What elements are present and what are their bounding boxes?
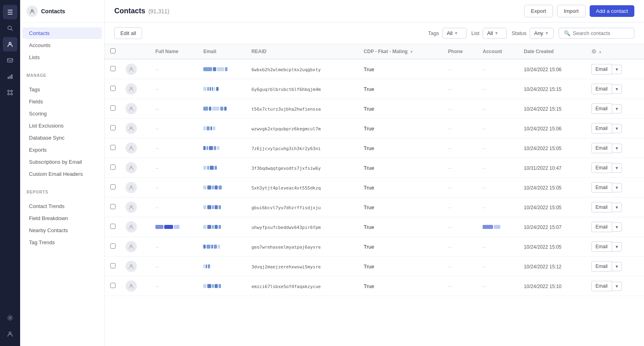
email-redacted [203, 166, 217, 170]
sidebar-item-contact-trends[interactable]: Contact Trends [23, 200, 102, 212]
row-checkbox-9[interactable] [110, 243, 116, 249]
add-contact-button[interactable]: Add a contact [590, 5, 635, 17]
email-action-caret[interactable]: ▼ [612, 144, 622, 153]
row-checkbox-4[interactable] [110, 145, 116, 150]
sidebar-item-list-exclusions[interactable]: List Exclusions [23, 120, 102, 132]
sidebar-item-scoring[interactable]: Scoring [23, 108, 102, 119]
cdp-value: True [364, 224, 374, 230]
cdp-value: True [364, 66, 374, 72]
row-action-cell: Email▼ [586, 276, 644, 296]
email-action-button[interactable]: Email [591, 103, 612, 114]
row-checkbox-8[interactable] [110, 224, 116, 229]
sidebar-item-lists[interactable]: Lists [23, 51, 102, 63]
svg-point-17 [31, 10, 33, 11]
email-action-button[interactable]: Email [591, 182, 612, 193]
nav-icon-email[interactable] [3, 53, 17, 68]
row-email-cell [198, 138, 246, 158]
email-action-caret[interactable]: ▼ [612, 242, 622, 251]
row-action-cell: Email▼ [586, 237, 644, 257]
email-action-caret[interactable]: ▼ [612, 183, 622, 192]
th-date-created[interactable]: Date Created [519, 44, 586, 59]
search-box[interactable]: 🔍 [559, 28, 634, 39]
email-action-caret[interactable]: ▼ [612, 262, 622, 271]
row-email-cell [198, 198, 246, 217]
status-filter-select[interactable]: Any ▼ [530, 28, 554, 39]
name-dash: -- [155, 283, 159, 289]
th-reaid[interactable]: REAID [247, 44, 359, 59]
row-checkbox-11[interactable] [110, 283, 116, 288]
reaid-value: 7z6jjcvylpcuhg3ih3kr2y63ni [252, 146, 321, 151]
row-checkbox-3[interactable] [110, 125, 116, 130]
search-input[interactable] [573, 30, 629, 36]
email-action-button[interactable]: Email [591, 143, 612, 153]
row-action-cell: Email▼ [586, 138, 644, 158]
row-checkbox-7[interactable] [110, 204, 116, 209]
row-checkbox-cell [105, 59, 121, 79]
th-full-name[interactable]: Full Name [151, 44, 198, 59]
email-action-button[interactable]: Email [591, 64, 612, 74]
email-action-caret[interactable]: ▼ [612, 163, 622, 173]
row-checkbox-0[interactable] [110, 66, 116, 71]
list-filter-select[interactable]: All ▼ [483, 28, 507, 39]
row-checkbox-1[interactable] [110, 86, 116, 91]
email-action-button[interactable]: Email [591, 163, 612, 173]
email-action-caret[interactable]: ▼ [612, 222, 622, 232]
tags-filter-select[interactable]: All ▼ [442, 28, 466, 39]
email-action-button[interactable]: Email [591, 261, 612, 272]
th-cdp[interactable]: CDP - Fkat - Maling ▼ [359, 44, 444, 59]
nav-icon-contacts[interactable] [3, 37, 17, 51]
email-action-caret[interactable]: ▼ [612, 124, 622, 133]
row-avatar-cell [121, 178, 151, 198]
sidebar-item-tag-trends[interactable]: Tag Trends [23, 237, 102, 248]
nav-icon-search[interactable] [3, 21, 17, 35]
email-action-caret[interactable]: ▼ [612, 104, 622, 113]
svg-rect-3 [8, 59, 13, 62]
email-action-button[interactable]: Email [591, 222, 612, 232]
row-checkbox-5[interactable] [110, 165, 116, 170]
export-button[interactable]: Export [524, 5, 553, 17]
sidebar-item-nearby-contacts[interactable]: Nearby Contacts [23, 224, 102, 236]
email-action-caret[interactable]: ▼ [612, 65, 622, 74]
edit-all-button[interactable]: Edit all [114, 27, 142, 39]
nav-icon-integrations[interactable] [3, 85, 17, 100]
email-action-button[interactable]: Email [591, 123, 612, 134]
email-action-caret[interactable]: ▼ [612, 84, 622, 94]
toolbar-row: Edit all Tags All ▼ List All ▼ Status An… [105, 23, 644, 44]
account-value: -- [483, 86, 486, 92]
email-action-button[interactable]: Email [591, 202, 612, 212]
th-phone[interactable]: Phone [443, 44, 478, 59]
th-account[interactable]: Account [478, 44, 519, 59]
row-account-cell: -- [478, 59, 519, 79]
row-account-cell: -- [478, 99, 519, 119]
th-email[interactable]: Email [198, 44, 246, 59]
email-action-button[interactable]: Email [591, 241, 612, 252]
row-avatar-cell [121, 119, 151, 138]
sidebar-item-subscriptions-email[interactable]: Subscriptions by Email [23, 156, 102, 168]
email-action-caret[interactable]: ▼ [612, 203, 622, 212]
row-name-cell: -- [151, 237, 198, 257]
nav-icon-user-profile[interactable] [3, 327, 17, 341]
email-action-button[interactable]: Email [591, 84, 612, 94]
sidebar-item-contacts[interactable]: Contacts [23, 27, 102, 39]
sidebar-item-custom-email-headers[interactable]: Custom Email Headers [23, 168, 102, 180]
row-checkbox-2[interactable] [110, 105, 116, 111]
email-action-caret[interactable]: ▼ [612, 282, 622, 291]
sidebar-item-field-breakdown[interactable]: Field Breakdown [23, 212, 102, 224]
nav-icon-charts[interactable] [3, 69, 17, 84]
row-cdp-cell: True [359, 158, 444, 178]
col-settings-expand-icon[interactable]: ▼ [599, 50, 602, 54]
sidebar-item-tags[interactable]: Tags [23, 84, 102, 95]
column-settings-icon[interactable]: ⚙ [591, 48, 597, 55]
select-all-checkbox[interactable] [110, 48, 116, 54]
sidebar-item-exports[interactable]: Exports [23, 144, 102, 156]
nav-icon-settings[interactable] [3, 311, 17, 325]
sidebar-item-fields[interactable]: Fields [23, 96, 102, 107]
nav-icon-menu[interactable]: ☰ [3, 5, 17, 19]
sidebar-item-database-sync[interactable]: Database Sync [23, 132, 102, 144]
row-checkbox-10[interactable] [110, 263, 116, 268]
import-button[interactable]: Import [557, 5, 586, 17]
email-action-button[interactable]: Email [591, 281, 612, 291]
sidebar-item-accounts[interactable]: Accounts [23, 39, 102, 51]
name-dash: -- [155, 244, 159, 250]
row-checkbox-6[interactable] [110, 184, 116, 189]
